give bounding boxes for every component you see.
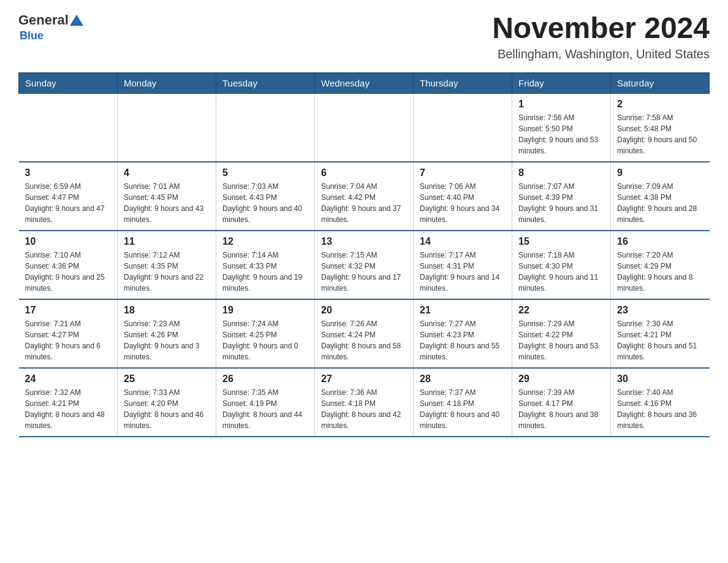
table-row: 12Sunrise: 7:14 AM Sunset: 4:33 PM Dayli… (216, 231, 315, 299)
day-number: 9 (617, 167, 703, 178)
table-row: 8Sunrise: 7:07 AM Sunset: 4:39 PM Daylig… (512, 162, 611, 231)
logo: General Blue (18, 12, 83, 42)
day-number: 7 (420, 167, 506, 178)
logo-subtitle: Blue (20, 29, 44, 42)
table-row: 4Sunrise: 7:01 AM Sunset: 4:45 PM Daylig… (118, 162, 216, 231)
table-row: 1Sunrise: 7:56 AM Sunset: 5:50 PM Daylig… (512, 93, 611, 162)
day-number: 28 (420, 373, 506, 385)
day-info: Sunrise: 7:58 AM Sunset: 5:48 PM Dayligh… (617, 112, 703, 156)
table-row: 15Sunrise: 7:18 AM Sunset: 4:30 PM Dayli… (512, 231, 611, 299)
calendar-week-row: 24Sunrise: 7:32 AM Sunset: 4:21 PM Dayli… (19, 368, 710, 437)
table-row: 2Sunrise: 7:58 AM Sunset: 5:48 PM Daylig… (611, 93, 710, 162)
table-row: 27Sunrise: 7:36 AM Sunset: 4:18 PM Dayli… (315, 368, 414, 437)
day-number: 24 (25, 373, 112, 385)
day-info: Sunrise: 7:36 AM Sunset: 4:18 PM Dayligh… (321, 387, 407, 431)
day-number: 10 (25, 236, 112, 247)
day-number: 14 (420, 236, 506, 247)
day-number: 21 (420, 305, 506, 316)
calendar-header-row: Sunday Monday Tuesday Wednesday Thursday… (19, 72, 710, 93)
day-number: 4 (124, 167, 210, 178)
day-number: 12 (222, 236, 308, 247)
day-info: Sunrise: 7:30 AM Sunset: 4:21 PM Dayligh… (617, 318, 703, 362)
table-row: 30Sunrise: 7:40 AM Sunset: 4:16 PM Dayli… (611, 368, 710, 437)
table-row: 17Sunrise: 7:21 AM Sunset: 4:27 PM Dayli… (19, 299, 118, 368)
day-info: Sunrise: 7:17 AM Sunset: 4:31 PM Dayligh… (420, 250, 506, 294)
table-row: 9Sunrise: 7:09 AM Sunset: 4:38 PM Daylig… (611, 162, 710, 231)
day-number: 5 (222, 167, 308, 178)
day-info: Sunrise: 7:27 AM Sunset: 4:23 PM Dayligh… (420, 318, 506, 362)
col-thursday: Thursday (414, 72, 512, 93)
day-info: Sunrise: 7:12 AM Sunset: 4:35 PM Dayligh… (124, 250, 210, 294)
logo-text: General (18, 12, 83, 28)
table-row (414, 93, 512, 162)
table-row: 28Sunrise: 7:37 AM Sunset: 4:18 PM Dayli… (414, 368, 512, 437)
day-number: 25 (124, 373, 210, 385)
calendar-table: Sunday Monday Tuesday Wednesday Thursday… (18, 72, 710, 437)
col-friday: Friday (512, 72, 611, 93)
day-info: Sunrise: 7:03 AM Sunset: 4:43 PM Dayligh… (222, 181, 308, 225)
table-row: 22Sunrise: 7:29 AM Sunset: 4:22 PM Dayli… (512, 299, 611, 368)
day-info: Sunrise: 7:09 AM Sunset: 4:38 PM Dayligh… (617, 181, 703, 225)
svg-marker-0 (70, 15, 83, 26)
table-row: 23Sunrise: 7:30 AM Sunset: 4:21 PM Dayli… (611, 299, 710, 368)
day-number: 11 (124, 236, 210, 247)
calendar-week-row: 1Sunrise: 7:56 AM Sunset: 5:50 PM Daylig… (19, 93, 710, 162)
day-number: 19 (222, 305, 308, 316)
day-number: 8 (518, 167, 604, 178)
table-row (118, 93, 216, 162)
col-monday: Monday (118, 72, 216, 93)
day-number: 27 (321, 373, 407, 385)
page-header: General Blue November 2024 Bellingham, W… (18, 12, 710, 61)
table-row: 11Sunrise: 7:12 AM Sunset: 4:35 PM Dayli… (118, 231, 216, 299)
location: Bellingham, Washington, United States (492, 47, 710, 61)
day-number: 2 (617, 99, 703, 110)
logo-general: General (18, 12, 69, 28)
day-number: 23 (617, 305, 703, 316)
day-number: 22 (518, 305, 604, 316)
day-info: Sunrise: 7:01 AM Sunset: 4:45 PM Dayligh… (124, 181, 210, 225)
day-info: Sunrise: 7:39 AM Sunset: 4:17 PM Dayligh… (518, 387, 604, 431)
day-number: 15 (518, 236, 604, 247)
table-row (19, 93, 118, 162)
day-number: 20 (321, 305, 407, 316)
day-info: Sunrise: 7:04 AM Sunset: 4:42 PM Dayligh… (321, 181, 407, 225)
day-info: Sunrise: 7:14 AM Sunset: 4:33 PM Dayligh… (222, 250, 308, 294)
col-wednesday: Wednesday (315, 72, 414, 93)
day-number: 17 (25, 305, 112, 316)
day-info: Sunrise: 7:33 AM Sunset: 4:20 PM Dayligh… (124, 387, 210, 431)
day-info: Sunrise: 7:56 AM Sunset: 5:50 PM Dayligh… (518, 112, 604, 156)
day-info: Sunrise: 7:20 AM Sunset: 4:29 PM Dayligh… (617, 250, 703, 294)
table-row: 13Sunrise: 7:15 AM Sunset: 4:32 PM Dayli… (315, 231, 414, 299)
table-row: 25Sunrise: 7:33 AM Sunset: 4:20 PM Dayli… (118, 368, 216, 437)
day-number: 26 (222, 373, 308, 385)
title-block: November 2024 Bellingham, Washington, Un… (492, 12, 710, 61)
day-number: 13 (321, 236, 407, 247)
table-row: 10Sunrise: 7:10 AM Sunset: 4:36 PM Dayli… (19, 231, 118, 299)
calendar-week-row: 10Sunrise: 7:10 AM Sunset: 4:36 PM Dayli… (19, 231, 710, 299)
day-info: Sunrise: 7:29 AM Sunset: 4:22 PM Dayligh… (518, 318, 604, 362)
day-number: 3 (25, 167, 112, 178)
day-number: 6 (321, 167, 407, 178)
table-row: 5Sunrise: 7:03 AM Sunset: 4:43 PM Daylig… (216, 162, 315, 231)
table-row: 21Sunrise: 7:27 AM Sunset: 4:23 PM Dayli… (414, 299, 512, 368)
table-row: 24Sunrise: 7:32 AM Sunset: 4:21 PM Dayli… (19, 368, 118, 437)
table-row: 26Sunrise: 7:35 AM Sunset: 4:19 PM Dayli… (216, 368, 315, 437)
table-row: 18Sunrise: 7:23 AM Sunset: 4:26 PM Dayli… (118, 299, 216, 368)
day-number: 29 (518, 373, 604, 385)
table-row (315, 93, 414, 162)
table-row: 7Sunrise: 7:06 AM Sunset: 4:40 PM Daylig… (414, 162, 512, 231)
day-info: Sunrise: 7:23 AM Sunset: 4:26 PM Dayligh… (124, 318, 210, 362)
day-info: Sunrise: 7:32 AM Sunset: 4:21 PM Dayligh… (25, 387, 112, 431)
day-info: Sunrise: 7:10 AM Sunset: 4:36 PM Dayligh… (25, 250, 112, 294)
logo-triangle-icon (70, 15, 83, 26)
day-info: Sunrise: 6:59 AM Sunset: 4:47 PM Dayligh… (25, 181, 112, 225)
table-row: 19Sunrise: 7:24 AM Sunset: 4:25 PM Dayli… (216, 299, 315, 368)
day-info: Sunrise: 7:24 AM Sunset: 4:25 PM Dayligh… (222, 318, 308, 362)
month-title: November 2024 (492, 12, 710, 45)
day-info: Sunrise: 7:37 AM Sunset: 4:18 PM Dayligh… (420, 387, 506, 431)
day-info: Sunrise: 7:07 AM Sunset: 4:39 PM Dayligh… (518, 181, 604, 225)
table-row: 6Sunrise: 7:04 AM Sunset: 4:42 PM Daylig… (315, 162, 414, 231)
day-number: 18 (124, 305, 210, 316)
day-info: Sunrise: 7:15 AM Sunset: 4:32 PM Dayligh… (321, 250, 407, 294)
day-number: 1 (518, 99, 604, 110)
